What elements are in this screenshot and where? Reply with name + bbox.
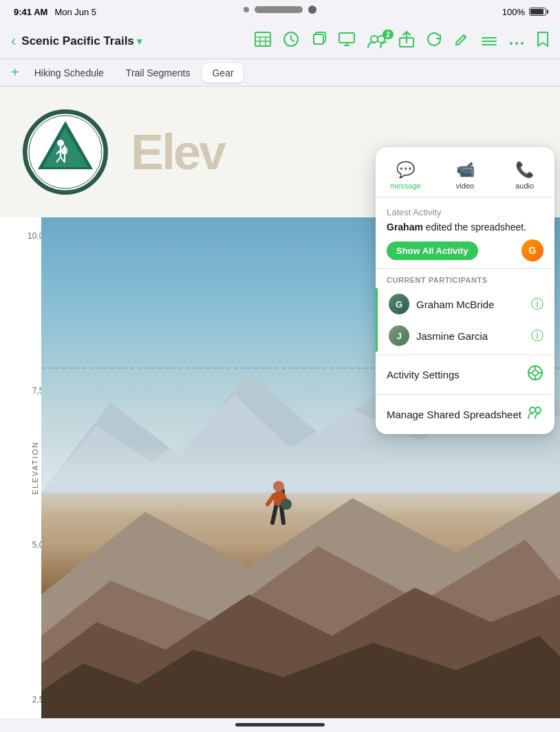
svg-point-20: [510, 42, 513, 45]
bookmark-icon[interactable]: [537, 31, 549, 52]
clock-icon[interactable]: [283, 32, 299, 51]
tab-trail-segments[interactable]: Trail Segments: [116, 63, 200, 83]
participants-label: CURRENT PARTICIPANTS: [376, 269, 554, 288]
tabs-bar: + Hiking Schedule Trail Segments Gear: [0, 59, 560, 87]
status-date: Mon Jun 5: [54, 7, 96, 17]
svg-line-47: [268, 495, 274, 504]
logo: SCENIC PACIFIC TRAILS: [21, 107, 110, 197]
popup-tab-message[interactable]: 💬 message: [376, 155, 435, 197]
status-bar: 9:41 AM Mon Jun 5 100%: [0, 0, 560, 23]
participant-avatar-graham: G: [389, 294, 409, 314]
manage-spreadsheet-label: Manage Shared Spreadsheet: [387, 409, 521, 420]
svg-line-7: [291, 39, 294, 41]
participant-avatar-jasmine: J: [389, 325, 409, 346]
more-icon[interactable]: [509, 32, 524, 50]
activity-settings-label: Activity Settings: [387, 369, 460, 380]
activity-avatar: G: [521, 239, 543, 261]
add-tab-button[interactable]: +: [8, 62, 22, 83]
latest-activity-section: Latest Activity Graham edited the spread…: [376, 197, 554, 269]
svg-point-58: [530, 407, 535, 413]
toolbar-left: ‹ Scenic Pacific Trails ▾: [11, 32, 255, 50]
refresh-icon[interactable]: [427, 32, 442, 51]
layers-icon[interactable]: [311, 32, 326, 51]
toolbar: ‹ Scenic Pacific Trails ▾: [0, 23, 560, 59]
svg-point-51: [281, 499, 292, 510]
main-content: SCENIC PACIFIC TRAILS Elev ELEVATION 10,…: [0, 87, 560, 718]
svg-rect-10: [314, 34, 323, 44]
svg-point-26: [57, 140, 64, 147]
participant-row-jasmine[interactable]: J Jasmine Garcia ⓘ: [376, 320, 554, 352]
message-icon: 💬: [396, 161, 415, 179]
activity-settings-icon: [527, 365, 543, 385]
popup-tabs: 💬 message 📹 video 📞 audio: [376, 147, 554, 197]
back-button[interactable]: ‹: [11, 32, 16, 50]
svg-point-22: [521, 42, 524, 45]
svg-rect-0: [255, 32, 270, 46]
status-right: 100%: [502, 7, 546, 17]
chart-title: Elev: [131, 124, 224, 180]
show-all-activity-button[interactable]: Show All Activity: [387, 241, 478, 260]
activity-user: Graham: [387, 222, 423, 233]
battery-percent: 100%: [502, 7, 525, 17]
activity-text: Graham edited the spreadsheet.: [387, 222, 543, 233]
home-indicator: [235, 723, 325, 726]
participant-info-jasmine[interactable]: ⓘ: [531, 327, 543, 344]
collaboration-button[interactable]: 2: [367, 34, 387, 49]
activity-row: Show All Activity G: [387, 239, 543, 261]
toolbar-icons: 2: [255, 31, 549, 52]
battery-icon: [529, 8, 546, 16]
audio-icon: 📞: [515, 161, 534, 179]
collab-badge-count: 2: [383, 30, 394, 39]
activity-heading: Latest Activity: [387, 207, 543, 217]
collaboration-popup: 💬 message 📹 video 📞 audio Latest Activit…: [376, 147, 554, 434]
tab-gear[interactable]: Gear: [202, 63, 243, 83]
svg-rect-11: [339, 33, 354, 43]
svg-line-49: [272, 507, 276, 523]
status-time: 9:41 AM: [14, 7, 47, 17]
activity-detail: edited the spreadsheet.: [423, 222, 526, 233]
pencil-icon[interactable]: [454, 32, 469, 51]
tab-hiking-schedule[interactable]: Hiking Schedule: [25, 63, 114, 83]
presentation-icon[interactable]: [338, 32, 355, 50]
svg-line-50: [281, 507, 283, 523]
table-icon[interactable]: [255, 32, 271, 51]
popup-tab-video[interactable]: 📹 video: [435, 155, 495, 197]
participants-section: CURRENT PARTICIPANTS G Graham McBride ⓘ …: [376, 269, 554, 354]
app-title: Scenic Pacific Trails ▾: [21, 34, 141, 48]
participant-info-graham[interactable]: ⓘ: [531, 296, 543, 312]
share-icon[interactable]: [399, 31, 414, 52]
svg-point-53: [532, 370, 538, 376]
svg-point-21: [515, 42, 518, 45]
participant-name-jasmine: Jasmine Garcia: [416, 330, 524, 342]
svg-point-59: [535, 407, 541, 413]
manage-spreadsheet-icon: [527, 405, 543, 424]
menu-icon[interactable]: [482, 32, 497, 50]
popup-tab-audio[interactable]: 📞 audio: [495, 155, 554, 197]
participant-name-graham: Graham McBride: [416, 299, 524, 310]
activity-settings-item[interactable]: Activity Settings: [376, 354, 554, 394]
manage-spreadsheet-item[interactable]: Manage Shared Spreadsheet: [376, 394, 554, 434]
svg-rect-33: [62, 147, 67, 154]
participant-row-graham[interactable]: G Graham McBride ⓘ: [376, 288, 554, 320]
video-icon: 📹: [456, 161, 475, 179]
notch: [244, 6, 316, 14]
svg-point-46: [273, 481, 284, 492]
title-chevron[interactable]: ▾: [137, 36, 142, 47]
